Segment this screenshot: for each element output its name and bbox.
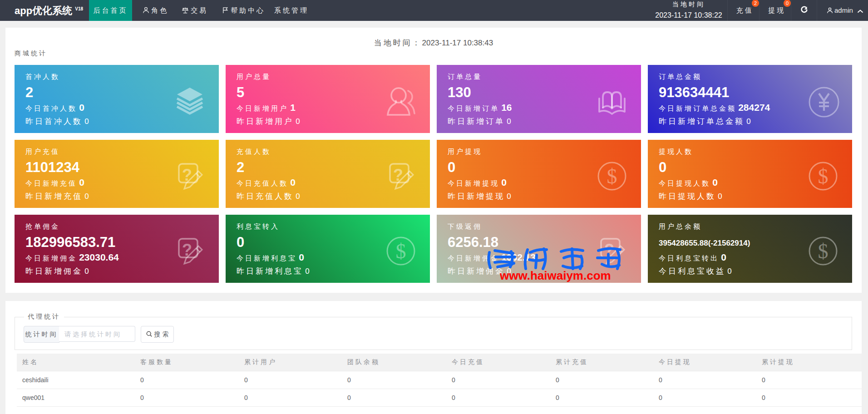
svg-text:?: ? (182, 241, 192, 259)
svg-text:$: $ (396, 240, 406, 263)
svg-text:$: $ (607, 165, 617, 188)
svg-text:?: ? (182, 166, 192, 184)
svg-text:$: $ (818, 165, 829, 188)
svg-text:?: ? (393, 166, 403, 184)
svg-text:www.haiwaiym.com: www.haiwaiym.com (499, 269, 611, 282)
svg-text:$: $ (818, 240, 829, 263)
